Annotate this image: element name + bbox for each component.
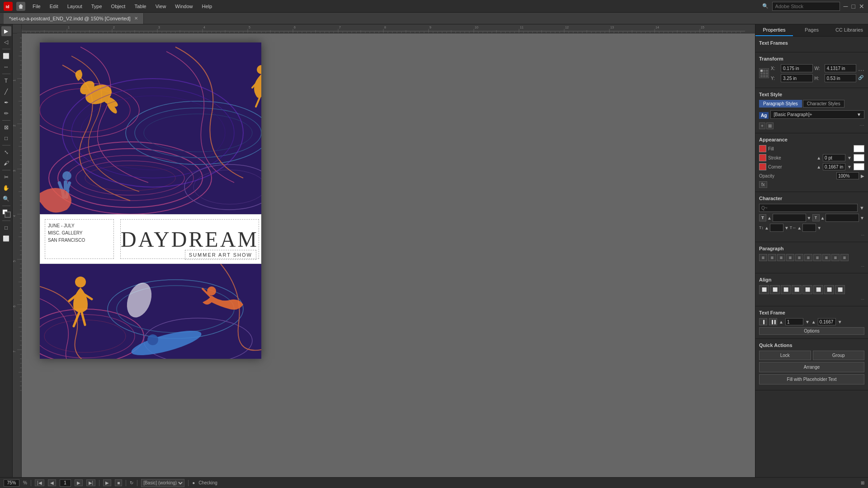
menu-edit[interactable]: Edit bbox=[46, 3, 62, 10]
fill-placeholder-btn[interactable]: Fill with Placeholder Text bbox=[759, 374, 864, 385]
menu-window[interactable]: Window bbox=[171, 3, 196, 10]
document-canvas[interactable]: JUNE - JULY MISC. GALLERY SAN FRANCISCO … bbox=[40, 42, 261, 359]
menu-view[interactable]: View bbox=[152, 3, 170, 10]
align-v-center[interactable]: ⬜ bbox=[802, 285, 812, 294]
stop-btn[interactable]: ■ bbox=[115, 479, 122, 486]
pencil-tool[interactable]: ✏ bbox=[1, 108, 11, 118]
page-input[interactable] bbox=[60, 479, 71, 487]
tracking-input[interactable] bbox=[826, 214, 859, 222]
line-tool[interactable]: ╱ bbox=[1, 87, 11, 97]
align-left-icon[interactable]: ≡ bbox=[759, 254, 767, 261]
corner-up-icon[interactable]: ▲ bbox=[816, 164, 821, 169]
menu-layout[interactable]: Layout bbox=[64, 3, 86, 10]
col-down-icon[interactable]: ▼ bbox=[805, 319, 810, 324]
menu-type[interactable]: Type bbox=[88, 3, 106, 10]
align-justify-last-left[interactable]: ≡ bbox=[795, 254, 803, 261]
lock-btn[interactable]: Lock bbox=[759, 351, 811, 360]
pen-tool[interactable]: ✒ bbox=[1, 98, 11, 108]
h-input[interactable] bbox=[825, 74, 857, 82]
zoom-tool[interactable]: 🔍 bbox=[1, 194, 11, 204]
scissors-tool[interactable]: ✂ bbox=[1, 172, 11, 182]
character-styles-tab[interactable]: Character Styles bbox=[803, 100, 844, 108]
expand-more-icon[interactable]: ⋯ bbox=[858, 67, 864, 74]
style-dropdown[interactable]: [Basic Paragraph]+ ▼ bbox=[770, 110, 864, 119]
vscale-down[interactable]: ▼ bbox=[784, 225, 789, 230]
distribute-h[interactable]: ⬜ bbox=[835, 285, 845, 294]
panel-options-more[interactable]: ⋯ bbox=[859, 123, 864, 129]
char-tracking-down[interactable]: ▼ bbox=[860, 216, 864, 221]
fill-color-swatch[interactable] bbox=[854, 145, 864, 152]
direct-selection-tool[interactable]: ◁ bbox=[1, 37, 11, 47]
w-input[interactable] bbox=[825, 64, 857, 72]
char-size-up[interactable]: ▲ bbox=[767, 216, 772, 221]
align-left-edge[interactable]: ⬜ bbox=[759, 285, 769, 294]
gutter-input[interactable] bbox=[818, 318, 836, 325]
hscale-input[interactable] bbox=[802, 224, 816, 232]
font-size-input[interactable] bbox=[773, 214, 806, 222]
type-tool[interactable]: T bbox=[1, 76, 11, 86]
align-justify-last-right[interactable]: ≡ bbox=[813, 254, 821, 261]
menu-help[interactable]: Help bbox=[198, 3, 216, 10]
col-up-icon[interactable]: ▲ bbox=[779, 319, 783, 324]
align-to-spine-right[interactable]: ≡ bbox=[840, 254, 849, 261]
columns-input[interactable] bbox=[785, 318, 803, 325]
stroke-up-icon[interactable]: ▲ bbox=[816, 155, 821, 160]
fx-label[interactable]: fx bbox=[759, 181, 767, 188]
stroke-color-swatch[interactable] bbox=[854, 154, 864, 161]
align-justify-icon[interactable]: ≡ bbox=[786, 254, 794, 261]
canvas-scroll[interactable]: 1234567 bbox=[13, 33, 755, 477]
last-page-btn[interactable]: ▶| bbox=[86, 479, 96, 486]
rectangle-tool[interactable]: □ bbox=[1, 133, 11, 143]
tab-pages[interactable]: Pages bbox=[793, 24, 830, 36]
paragraph-more[interactable]: ··· bbox=[759, 263, 864, 269]
group-btn[interactable]: Group bbox=[813, 351, 865, 360]
character-more[interactable]: ··· bbox=[759, 232, 864, 238]
align-more[interactable]: ··· bbox=[759, 296, 864, 302]
rectangle-frame-tool[interactable]: ⊠ bbox=[1, 122, 11, 132]
preview-mode-btn[interactable]: ⬜ bbox=[1, 234, 11, 244]
close-btn[interactable]: ✕ bbox=[859, 3, 864, 10]
char-search-input[interactable] bbox=[759, 204, 858, 212]
bold-icon[interactable]: T bbox=[759, 214, 766, 221]
next-page-btn[interactable]: ▶ bbox=[75, 479, 83, 486]
gutter-down-icon[interactable]: ▼ bbox=[838, 319, 842, 324]
color-picker-tool[interactable]: 🖌 bbox=[1, 158, 11, 168]
link-proportions-icon[interactable]: 🔗 bbox=[858, 75, 864, 80]
summer-art-show[interactable]: SUMMER ART SHOW bbox=[185, 250, 256, 260]
corner-down-icon[interactable]: ▼ bbox=[847, 164, 852, 169]
gap-tool[interactable]: ↔ bbox=[1, 62, 11, 72]
hscale-up[interactable]: ▲ bbox=[797, 225, 802, 230]
align-right-icon[interactable]: ≡ bbox=[777, 254, 785, 261]
menu-file[interactable]: File bbox=[29, 3, 44, 10]
page-tool[interactable]: ⬜ bbox=[1, 51, 11, 61]
char-size-down[interactable]: ▼ bbox=[807, 216, 811, 221]
italic-icon[interactable]: T bbox=[812, 214, 820, 221]
align-center-icon[interactable]: ≡ bbox=[768, 254, 776, 261]
stroke-down-icon[interactable]: ▼ bbox=[847, 155, 852, 160]
tab-close-btn[interactable]: ✕ bbox=[134, 16, 138, 21]
char-tracking-up[interactable]: ▲ bbox=[821, 216, 825, 221]
free-transform-tool[interactable]: ⤡ bbox=[1, 147, 11, 157]
arrange-btn[interactable]: Arrange bbox=[759, 362, 864, 372]
play-btn[interactable]: ▶ bbox=[103, 479, 111, 486]
text-box-left[interactable]: JUNE - JULY MISC. GALLERY SAN FRANCISCO bbox=[45, 219, 114, 259]
normal-mode-btn[interactable]: □ bbox=[1, 223, 11, 233]
maximize-btn[interactable]: □ bbox=[852, 3, 855, 10]
paragraph-styles-tab[interactable]: Paragraph Styles bbox=[759, 100, 802, 108]
new-style-icon[interactable]: + bbox=[759, 122, 765, 129]
align-right-edge[interactable]: ⬜ bbox=[781, 285, 791, 294]
char-search-chevron[interactable]: ▼ bbox=[859, 205, 864, 211]
home-icon[interactable] bbox=[16, 2, 25, 11]
corner-input[interactable] bbox=[823, 163, 845, 170]
prev-page-btn[interactable]: ◀ bbox=[48, 479, 56, 486]
workspace-dropdown[interactable]: [Basic] (working) bbox=[141, 479, 184, 487]
vscale-input[interactable] bbox=[770, 224, 783, 232]
opacity-input[interactable] bbox=[836, 172, 859, 179]
hand-tool[interactable]: ✋ bbox=[1, 183, 11, 193]
align-justify-all[interactable]: ≡ bbox=[822, 254, 830, 261]
align-bottom-edge[interactable]: ⬜ bbox=[813, 285, 823, 294]
tab-properties[interactable]: Properties bbox=[755, 24, 793, 36]
options-btn[interactable]: Options bbox=[759, 327, 864, 335]
menu-object[interactable]: Object bbox=[108, 3, 129, 10]
first-page-btn[interactable]: |◀ bbox=[35, 479, 44, 486]
